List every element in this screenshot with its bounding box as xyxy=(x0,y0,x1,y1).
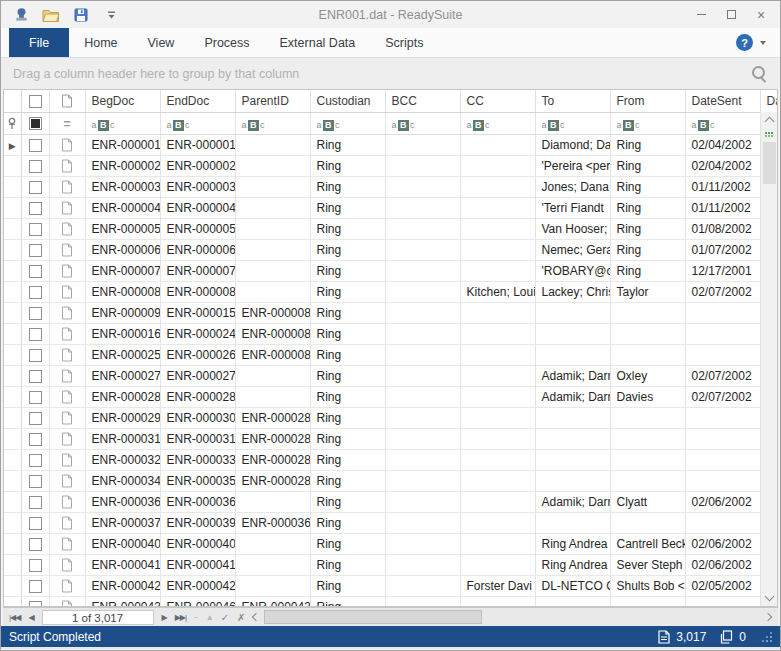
grid-cell[interactable] xyxy=(685,407,760,428)
grid-cell[interactable]: ENR-000027 xyxy=(85,365,160,386)
delete-record-button[interactable]: − xyxy=(191,613,201,622)
grid-cell[interactable] xyxy=(535,596,610,607)
grid-cell[interactable]: ENR-000030 xyxy=(160,407,235,428)
post-edit-button[interactable]: ✓ xyxy=(218,612,232,623)
grid-cell[interactable] xyxy=(235,365,310,386)
grid-cell[interactable]: Cantrell Beck xyxy=(610,533,685,554)
column-header-parentid[interactable]: ParentID xyxy=(235,90,310,112)
grid-cell[interactable] xyxy=(385,491,460,512)
column-header-begdoc[interactable]: BegDoc xyxy=(85,90,160,112)
group-by-panel[interactable]: Drag a column header here to group by th… xyxy=(1,58,780,89)
grid-cell[interactable] xyxy=(610,449,685,470)
grid-cell[interactable] xyxy=(235,533,310,554)
grid-cell[interactable]: ENR-000006 xyxy=(160,239,235,260)
table-row[interactable]: ENR-000006 ENR-000006 Ring Nemec; Geral … xyxy=(4,239,778,260)
row-checkbox[interactable] xyxy=(29,412,42,425)
vertical-scrollbar-thumb[interactable] xyxy=(763,142,776,184)
grid-cell[interactable]: ENR-000008 xyxy=(85,281,160,302)
column-header-custodian[interactable]: Custodian xyxy=(310,90,385,112)
table-row[interactable]: ENR-000003 ENR-000003 Ring Jones; Dana R… xyxy=(4,176,778,197)
grid-cell[interactable] xyxy=(385,386,460,407)
grid-cell[interactable] xyxy=(460,155,535,176)
grid-cell[interactable]: Nemec; Geral xyxy=(535,239,610,260)
grid-cell[interactable]: ENR-000031 xyxy=(160,428,235,449)
row-checkbox[interactable] xyxy=(29,391,42,404)
row-checkbox[interactable] xyxy=(29,601,42,607)
table-row[interactable]: ENR-000036 ENR-000036 Ring Adamik; Darr … xyxy=(4,491,778,512)
grid-cell[interactable]: ENR-000004 xyxy=(160,197,235,218)
row-checkbox[interactable] xyxy=(29,496,42,509)
filter-checkbox[interactable] xyxy=(29,117,42,130)
filter-cell[interactable]: aBc xyxy=(385,112,460,134)
grid-cell[interactable] xyxy=(385,155,460,176)
app-stamp-icon[interactable] xyxy=(9,5,33,25)
grid-cell[interactable]: ENR-000046 xyxy=(160,596,235,607)
grid-cell[interactable]: Ring xyxy=(310,281,385,302)
grid-cell[interactable] xyxy=(460,554,535,575)
grid-cell[interactable]: Kitchen; Louis xyxy=(460,281,535,302)
grid-cell[interactable] xyxy=(460,491,535,512)
row-checkbox[interactable] xyxy=(29,559,42,572)
grid-cell[interactable]: ENR-000036 xyxy=(85,491,160,512)
grid-cell[interactable]: ENR-000028 xyxy=(235,407,310,428)
grid-cell[interactable]: Adamik; Darr xyxy=(535,491,610,512)
resize-grip[interactable] xyxy=(762,632,772,642)
grid-cell[interactable]: ENR-000031 xyxy=(85,428,160,449)
table-row[interactable]: ENR-000008 ENR-000008 Ring Kitchen; Loui… xyxy=(4,281,778,302)
table-row[interactable]: ENR-000027 ENR-000027 Ring Adamik; Darr … xyxy=(4,365,778,386)
grid-cell[interactable] xyxy=(685,596,760,607)
column-header-enddoc[interactable]: EndDoc xyxy=(160,90,235,112)
grid-cell[interactable]: 02/06/2002 xyxy=(685,554,760,575)
grid-cell[interactable]: Ring xyxy=(310,260,385,281)
grid-cell[interactable]: Ring xyxy=(610,197,685,218)
grid-cell[interactable]: 'ROBARY@cs. xyxy=(535,260,610,281)
grid-cell[interactable] xyxy=(685,344,760,365)
grid-cell[interactable]: Ring xyxy=(310,323,385,344)
grid-cell[interactable]: Ring xyxy=(310,512,385,533)
grid-cell[interactable]: Ring Andrea xyxy=(535,533,610,554)
grid-cell[interactable] xyxy=(535,344,610,365)
grid-cell[interactable] xyxy=(385,260,460,281)
checkbox-column-header[interactable] xyxy=(21,90,49,112)
table-row[interactable]: ENR-000029 ENR-000030 ENR-000028 Ring xyxy=(4,407,778,428)
grid-cell[interactable] xyxy=(385,554,460,575)
grid-cell[interactable]: ENR-000040 xyxy=(85,533,160,554)
grid-cell[interactable] xyxy=(535,302,610,323)
scroll-right-icon[interactable] xyxy=(760,608,776,626)
grid-cell[interactable] xyxy=(385,407,460,428)
search-icon[interactable] xyxy=(750,65,768,83)
grid-cell[interactable]: ENR-000028 xyxy=(85,386,160,407)
grid-cell[interactable]: ENR-000028 xyxy=(235,470,310,491)
grid-cell[interactable] xyxy=(460,197,535,218)
table-row[interactable]: ENR-000016 ENR-000024 ENR-000008 Ring xyxy=(4,323,778,344)
scroll-up-icon[interactable] xyxy=(764,117,774,127)
grid-cell[interactable]: Taylor xyxy=(610,281,685,302)
grid-cell[interactable]: Ring xyxy=(310,386,385,407)
grid-cell[interactable] xyxy=(385,575,460,596)
row-checkbox[interactable] xyxy=(29,202,42,215)
grid-cell[interactable] xyxy=(460,344,535,365)
grid-cell[interactable]: Ring xyxy=(610,239,685,260)
grid-cell[interactable]: ENR-000029 xyxy=(85,407,160,428)
grid-cell[interactable]: Ring xyxy=(610,134,685,155)
grid-cell[interactable]: ENR-000040 xyxy=(160,533,235,554)
row-checkbox[interactable] xyxy=(29,286,42,299)
grid-cell[interactable] xyxy=(535,407,610,428)
table-row[interactable]: ENR-000002 ENR-000002 Ring 'Pereira <per… xyxy=(4,155,778,176)
grid-cell[interactable]: ENR-000043 xyxy=(85,596,160,607)
grid-cell[interactable]: Ring xyxy=(610,218,685,239)
grid-cell[interactable] xyxy=(460,533,535,554)
table-row[interactable]: ENR-000007 ENR-000007 Ring 'ROBARY@cs. R… xyxy=(4,260,778,281)
grid-cell[interactable]: Ring xyxy=(310,428,385,449)
filter-cell[interactable]: aBc xyxy=(460,112,535,134)
grid-cell[interactable]: Ring xyxy=(310,554,385,575)
grid-cell[interactable] xyxy=(385,365,460,386)
grid-cell[interactable] xyxy=(460,449,535,470)
grid-cell[interactable] xyxy=(385,428,460,449)
row-checkbox[interactable] xyxy=(29,181,42,194)
table-row[interactable]: ENR-000028 ENR-000028 Ring Adamik; Darr … xyxy=(4,386,778,407)
scroll-down-icon[interactable] xyxy=(764,592,774,602)
table-row[interactable]: ENR-000041 ENR-000041 Ring Ring Andrea S… xyxy=(4,554,778,575)
grid-cell[interactable]: DL-NETCO Ga xyxy=(535,575,610,596)
row-checkbox[interactable] xyxy=(29,265,42,278)
